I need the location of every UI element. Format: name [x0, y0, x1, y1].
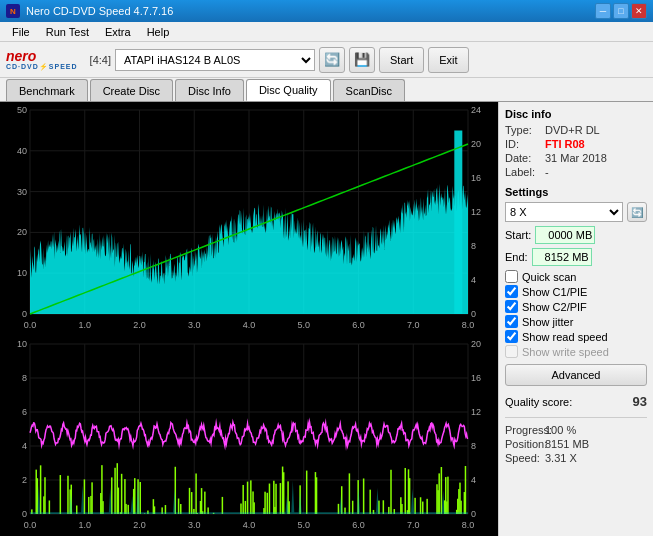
show-c1pie-label: Show C1/PIE [522, 286, 587, 298]
disc-id-row: ID: FTI R08 [505, 138, 647, 150]
refresh-button[interactable]: 🔄 [319, 47, 345, 73]
show-c2pif-label: Show C2/PIF [522, 301, 587, 313]
type-value: DVD+R DL [545, 124, 600, 136]
advanced-button[interactable]: Advanced [505, 364, 647, 386]
speed-row: 8 X 🔄 [505, 202, 647, 222]
date-value: 31 Mar 2018 [545, 152, 607, 164]
id-label: ID: [505, 138, 545, 150]
show-read-speed-label: Show read speed [522, 331, 608, 343]
settings-title: Settings [505, 186, 647, 198]
show-write-speed-checkbox[interactable] [505, 345, 518, 358]
start-button[interactable]: Start [379, 47, 424, 73]
quick-scan-label: Quick scan [522, 271, 576, 283]
speed-refresh-button[interactable]: 🔄 [627, 202, 647, 222]
speed-select[interactable]: 8 X [505, 202, 623, 222]
chart-area [0, 102, 498, 536]
nero-logo: nero CD·DVD⚡SPEED [6, 49, 78, 71]
label-label: Label: [505, 166, 545, 178]
date-label: Date: [505, 152, 545, 164]
menu-run-test[interactable]: Run Test [38, 24, 97, 40]
start-row: Start: [505, 226, 647, 244]
menu-help[interactable]: Help [139, 24, 178, 40]
show-jitter-checkbox[interactable] [505, 315, 518, 328]
progress-value: 100 % [545, 424, 576, 436]
close-button[interactable]: ✕ [631, 3, 647, 19]
top-chart [0, 102, 498, 336]
show-c2pif-row: Show C2/PIF [505, 300, 647, 313]
show-c1pie-checkbox[interactable] [505, 285, 518, 298]
position-value: 8151 MB [545, 438, 589, 450]
position-label: Position: [505, 438, 545, 450]
menu-file[interactable]: File [4, 24, 38, 40]
tab-benchmark[interactable]: Benchmark [6, 79, 88, 101]
id-value: FTI R08 [545, 138, 585, 150]
start-input[interactable] [535, 226, 595, 244]
bottom-chart [0, 336, 498, 536]
show-c1pie-row: Show C1/PIE [505, 285, 647, 298]
drive-selector: [4:4] ATAPI iHAS124 B AL0S [90, 49, 315, 71]
disc-type-row: Type: DVD+R DL [505, 124, 647, 136]
show-write-speed-label: Show write speed [522, 346, 609, 358]
quality-score-label: Quality score: [505, 396, 572, 408]
quality-score-row: Quality score: 93 [505, 394, 647, 409]
minimize-button[interactable]: ─ [595, 3, 611, 19]
menu-bar: File Run Test Extra Help [0, 22, 653, 42]
show-read-speed-row: Show read speed [505, 330, 647, 343]
end-input[interactable] [532, 248, 592, 266]
speed-value: 3.31 X [545, 452, 577, 464]
disc-info-section: Disc info Type: DVD+R DL ID: FTI R08 Dat… [505, 108, 647, 178]
disc-date-row: Date: 31 Mar 2018 [505, 152, 647, 164]
show-c2pif-checkbox[interactable] [505, 300, 518, 313]
save-button[interactable]: 💾 [349, 47, 375, 73]
maximize-button[interactable]: □ [613, 3, 629, 19]
disc-label-row: Label: - [505, 166, 647, 178]
show-jitter-row: Show jitter [505, 315, 647, 328]
tab-disc-info[interactable]: Disc Info [175, 79, 244, 101]
drive-label: [4:4] [90, 54, 111, 66]
main-content: Disc info Type: DVD+R DL ID: FTI R08 Dat… [0, 102, 653, 536]
tab-disc-quality[interactable]: Disc Quality [246, 79, 331, 101]
speed-label: Speed: [505, 452, 545, 464]
settings-section: Settings 8 X 🔄 Start: End: Quick scan [505, 186, 647, 386]
tab-scan-disc[interactable]: ScanDisc [333, 79, 405, 101]
title-bar: N Nero CD-DVD Speed 4.7.7.16 ─ □ ✕ [0, 0, 653, 22]
window-title: Nero CD-DVD Speed 4.7.7.16 [26, 5, 173, 17]
progress-label: Progress: [505, 424, 545, 436]
exit-button[interactable]: Exit [428, 47, 468, 73]
disc-info-title: Disc info [505, 108, 647, 120]
quick-scan-row: Quick scan [505, 270, 647, 283]
quality-section: Quality score: 93 [505, 394, 647, 409]
app-icon: N [6, 4, 20, 18]
bottom-stats-section: Progress: 100 % Position: 8151 MB Speed:… [505, 417, 647, 464]
quick-scan-checkbox[interactable] [505, 270, 518, 283]
label-value: - [545, 166, 549, 178]
end-label: End: [505, 251, 528, 263]
drive-select[interactable]: ATAPI iHAS124 B AL0S [115, 49, 315, 71]
show-read-speed-checkbox[interactable] [505, 330, 518, 343]
show-write-speed-row: Show write speed [505, 345, 647, 358]
right-panel: Disc info Type: DVD+R DL ID: FTI R08 Dat… [498, 102, 653, 536]
show-jitter-label: Show jitter [522, 316, 573, 328]
start-label: Start: [505, 229, 531, 241]
tabs: Benchmark Create Disc Disc Info Disc Qua… [0, 78, 653, 102]
type-label: Type: [505, 124, 545, 136]
toolbar: nero CD·DVD⚡SPEED [4:4] ATAPI iHAS124 B … [0, 42, 653, 78]
menu-extra[interactable]: Extra [97, 24, 139, 40]
tab-create-disc[interactable]: Create Disc [90, 79, 173, 101]
end-row: End: [505, 248, 647, 266]
quality-score-value: 93 [633, 394, 647, 409]
